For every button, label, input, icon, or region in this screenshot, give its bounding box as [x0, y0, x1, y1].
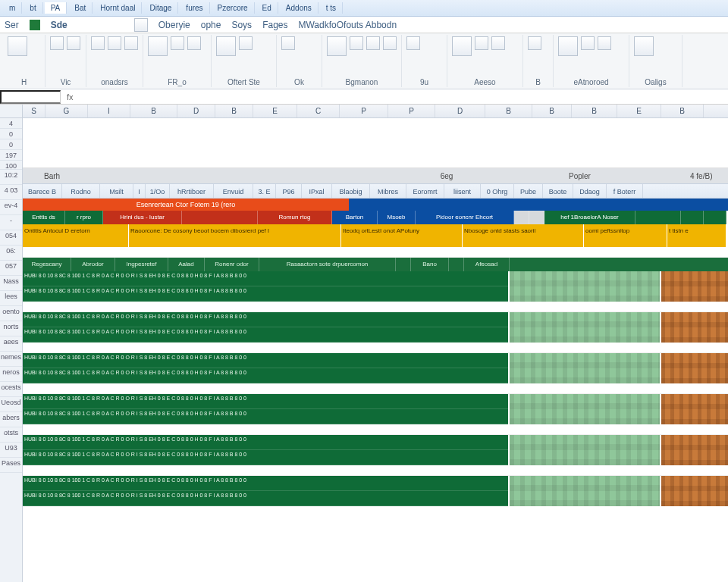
field-16[interactable]: Boote — [543, 184, 573, 198]
find-icon[interactable] — [634, 36, 654, 56]
select-all-corner[interactable] — [0, 105, 23, 117]
summary-a[interactable] — [508, 353, 660, 383]
copy-icon[interactable] — [67, 36, 80, 50]
col-I[interactable]: I — [88, 105, 130, 117]
field-15[interactable]: Pube — [514, 184, 543, 198]
rh-4[interactable]: 100 — [0, 161, 22, 170]
rowlabel-19[interactable]: Pases — [0, 458, 22, 473]
summary-b[interactable] — [660, 435, 728, 465]
rh-3[interactable]: 197 — [0, 150, 22, 161]
cat-0[interactable]: Enttis ds — [23, 211, 65, 224]
tab-mini-7[interactable]: Pzercore — [212, 2, 255, 14]
sect-2[interactable]: Ingpesretef — [115, 258, 168, 271]
col-G[interactable]: G — [46, 105, 88, 117]
cat-5[interactable]: Barton — [332, 211, 378, 224]
rowlabel-2[interactable]: ev-4 — [0, 200, 22, 215]
field-4[interactable]: 1/Oo — [146, 184, 170, 198]
rh-1[interactable]: 0 — [0, 129, 22, 139]
field-2[interactable]: Msilt — [100, 184, 133, 198]
rowlabel-14[interactable]: ocests — [0, 382, 22, 397]
sect-5[interactable]: Rasaactorn sote drpuercomon — [259, 258, 396, 271]
field-18[interactable]: f Boterr — [607, 184, 643, 198]
num-icon[interactable] — [216, 36, 236, 56]
summary-b[interactable] — [660, 476, 728, 506]
font2-icon[interactable] — [108, 36, 121, 50]
rtab-5[interactable]: MWadkfoOfouts Abbodn — [298, 20, 397, 30]
col-B5[interactable]: B — [572, 105, 617, 117]
rowlabel-10[interactable]: norts — [0, 321, 22, 336]
rowlabel-18[interactable]: U93 — [0, 443, 22, 458]
rowlabel-4[interactable]: 054 — [0, 230, 22, 246]
cat-2[interactable]: Hrini dus - Iustar — [103, 211, 182, 224]
rowlabel-15[interactable]: Ueosd — [0, 397, 22, 412]
tab-mini-0[interactable]: m — [3, 2, 22, 14]
sect-8[interactable] — [449, 258, 464, 271]
sect-4[interactable]: Ronenr odor — [205, 258, 259, 271]
cat-12[interactable] — [681, 211, 704, 224]
rtab-left[interactable]: Ser — [5, 20, 19, 30]
edit-icon[interactable] — [558, 36, 578, 56]
c3-icon[interactable] — [491, 36, 505, 50]
cat-7[interactable]: Pidoor eoncnr Ehcort — [416, 211, 514, 224]
field-1[interactable]: Rodno — [62, 184, 100, 198]
tab-mini-10[interactable]: t ts — [320, 2, 343, 14]
formula-input[interactable] — [80, 90, 728, 104]
rowlabel-13[interactable]: neros — [0, 367, 22, 382]
cat-9[interactable] — [529, 211, 544, 224]
field-17[interactable]: Ddaog — [573, 184, 607, 198]
cat-6[interactable]: Msoeb — [378, 211, 416, 224]
rtab-1[interactable]: Oberyie — [158, 20, 190, 30]
tab-mini-8[interactable]: Ed — [256, 2, 278, 14]
tab-mini-3[interactable]: Bat — [68, 2, 93, 14]
tab-mini-2[interactable]: PA — [45, 2, 67, 14]
tab-mini-5[interactable]: Ditage — [143, 2, 178, 14]
field-11[interactable]: Mibres — [370, 184, 406, 198]
rowlabel-7[interactable]: Nass — [0, 276, 22, 291]
rtab-2[interactable]: ophe — [201, 20, 221, 30]
sheet[interactable]: Barh 6eg Popler 4 fe/B) Barece BRodnoMsi… — [23, 118, 728, 582]
data-row[interactable]: HUBI 8 0 10 8 8C 8 100 1 C 8 R 0 A C R 0… — [23, 286, 508, 302]
s2-icon[interactable] — [350, 36, 363, 50]
rowlabel-12[interactable]: nemes — [0, 352, 22, 367]
summary-b[interactable] — [660, 353, 728, 383]
col-C[interactable]: C — [297, 105, 340, 117]
col-B1[interactable]: B — [130, 105, 177, 117]
frozen-blank[interactable] — [23, 118, 728, 168]
summary-a[interactable] — [508, 271, 660, 302]
col-S[interactable]: S — [23, 105, 46, 117]
cat-4[interactable]: Romun rtog — [258, 211, 332, 224]
cells-icon[interactable] — [452, 36, 472, 56]
paste-icon[interactable] — [8, 36, 27, 56]
summary-a[interactable] — [508, 394, 660, 424]
data-row[interactable]: HUBI 8 0 10 8 8C 8 100 1 C 8 R 0 A C R 0… — [23, 409, 508, 424]
col-D2[interactable]: D — [435, 105, 485, 117]
clip-icon[interactable] — [50, 36, 64, 50]
name-box[interactable] — [0, 90, 61, 104]
summary-b[interactable] — [660, 271, 728, 302]
s4-icon[interactable] — [383, 36, 397, 50]
sect-7[interactable]: Bano — [411, 258, 449, 271]
rowlabel-9[interactable]: oento — [0, 306, 22, 321]
rowlabel-17[interactable]: otsts — [0, 427, 22, 443]
data-row[interactable]: HUBI 8 0 10 8 8C 8 100 1 C 8 R 0 A C R 0… — [23, 394, 508, 409]
summary-a[interactable] — [508, 476, 660, 506]
ribbon-icon-a[interactable] — [134, 18, 148, 32]
field-8[interactable]: P96 — [276, 184, 302, 198]
col-B2[interactable]: B — [215, 105, 253, 117]
sect-9[interactable]: Afeosad — [464, 258, 510, 271]
wrap-icon[interactable] — [171, 36, 184, 50]
rowlabel-5[interactable]: 06: — [0, 246, 22, 261]
summary-a[interactable] — [508, 435, 660, 465]
field-12[interactable]: Eoromrt — [406, 184, 444, 198]
sect-1[interactable]: Abrodor — [71, 258, 115, 271]
rowlabel-6[interactable]: 057 — [0, 261, 22, 276]
cat-11[interactable] — [635, 211, 681, 224]
data-row[interactable]: HUBI 8 0 10 8 8C 8 100 1 C 8 R 0 A C R 0… — [23, 476, 508, 491]
sect-6[interactable] — [396, 258, 411, 271]
field-13[interactable]: liisent — [444, 184, 481, 198]
col-B3[interactable]: B — [485, 105, 532, 117]
data-row[interactable]: HUBI 8 0 10 8 8C 8 100 1 C 8 R 0 A C R 0… — [23, 450, 508, 465]
data-row[interactable]: HUBI 8 0 10 8 8C 8 100 1 C 8 R 0 A C R 0… — [23, 327, 508, 343]
rtab-3[interactable]: Soys — [231, 20, 252, 30]
col-B6[interactable]: B — [661, 105, 704, 117]
